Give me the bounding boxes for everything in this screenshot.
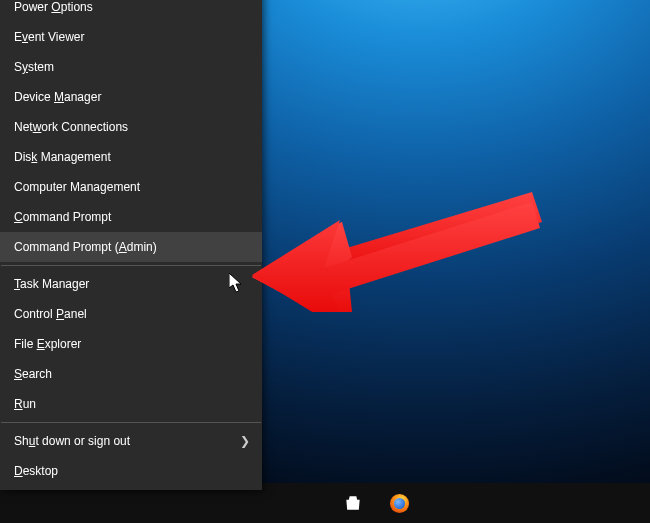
menu-item-computer-management[interactable]: Computer Management (0, 172, 262, 202)
menu-item-shut-down-or-sign-out[interactable]: Shut down or sign out❯ (0, 426, 262, 456)
menu-item-command-prompt-admin[interactable]: Command Prompt (Admin) (0, 232, 262, 262)
menu-item-label: Shut down or sign out (14, 434, 130, 448)
menu-item-file-explorer[interactable]: File Explorer (0, 329, 262, 359)
menu-item-label: System (14, 60, 54, 74)
menu-item-device-manager[interactable]: Device Manager (0, 82, 262, 112)
chevron-right-icon: ❯ (240, 426, 250, 456)
menu-item-task-manager[interactable]: Task Manager (0, 269, 262, 299)
menu-item-label: Command Prompt (14, 210, 111, 224)
menu-item-event-viewer[interactable]: Event Viewer (0, 22, 262, 52)
menu-item-label: Event Viewer (14, 30, 85, 44)
menu-item-label: Run (14, 397, 36, 411)
menu-item-network-connections[interactable]: Network Connections (0, 112, 262, 142)
menu-item-disk-management[interactable]: Disk Management (0, 142, 262, 172)
menu-item-label: Power Options (14, 0, 93, 14)
menu-separator (1, 265, 261, 266)
menu-item-label: Control Panel (14, 307, 87, 321)
menu-item-label: Device Manager (14, 90, 101, 104)
menu-item-label: File Explorer (14, 337, 81, 351)
menu-item-label: Command Prompt (Admin) (14, 240, 157, 254)
menu-item-system[interactable]: System (0, 52, 262, 82)
menu-item-label: Computer Management (14, 180, 140, 194)
menu-item-control-panel[interactable]: Control Panel (0, 299, 262, 329)
menu-separator (1, 422, 261, 423)
taskbar-app-store[interactable] (330, 483, 376, 523)
menu-item-run[interactable]: Run (0, 389, 262, 419)
menu-item-label: Desktop (14, 464, 58, 478)
menu-item-label: Search (14, 367, 52, 381)
firefox-icon (390, 494, 409, 513)
menu-item-desktop[interactable]: Desktop (0, 456, 262, 486)
menu-item-label: Task Manager (14, 277, 89, 291)
menu-item-label: Disk Management (14, 150, 111, 164)
winx-context-menu: Power OptionsEvent ViewerSystemDevice Ma… (0, 0, 262, 490)
taskbar-app-firefox[interactable] (376, 483, 422, 523)
menu-item-search[interactable]: Search (0, 359, 262, 389)
store-icon (343, 493, 363, 513)
menu-item-command-prompt[interactable]: Command Prompt (0, 202, 262, 232)
menu-item-label: Network Connections (14, 120, 128, 134)
menu-item-power-options[interactable]: Power Options (0, 0, 262, 22)
